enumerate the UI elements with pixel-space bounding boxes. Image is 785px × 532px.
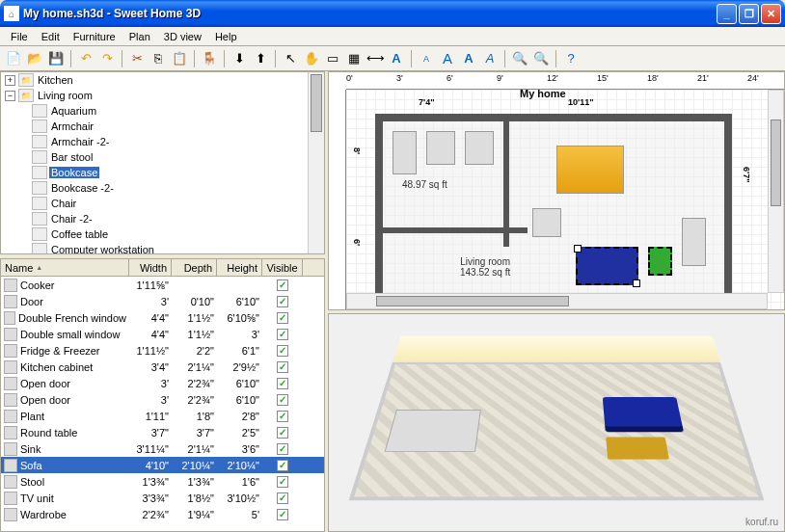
table-row[interactable]: TV unit3'3¾"1'8½"3'10½"✓ bbox=[1, 490, 324, 506]
column-height[interactable]: Height bbox=[217, 259, 262, 276]
plan-vertical-scrollbar[interactable] bbox=[768, 90, 784, 293]
tree-item[interactable]: Armchair bbox=[1, 119, 324, 134]
visible-checkbox[interactable]: ✓ bbox=[277, 312, 288, 324]
menu-3dview[interactable]: 3D view bbox=[157, 29, 208, 44]
visible-checkbox[interactable]: ✓ bbox=[277, 460, 288, 471]
wall-tool[interactable]: ▭ bbox=[323, 49, 342, 68]
dimension-tool[interactable]: ⟷ bbox=[365, 49, 385, 68]
tree-scrollbar[interactable] bbox=[308, 72, 324, 253]
visible-checkbox[interactable]: ✓ bbox=[277, 476, 288, 488]
bold-button[interactable]: A bbox=[459, 49, 478, 68]
furniture-tvunit[interactable] bbox=[682, 218, 706, 266]
column-depth[interactable]: Depth bbox=[172, 259, 217, 276]
text-smaller[interactable]: A bbox=[417, 49, 436, 68]
add-furniture-button[interactable]: 🪑 bbox=[200, 49, 219, 68]
plan-canvas[interactable]: My home 7'4" 10'11" 6'7" 8' 6' 48.97 sq … bbox=[346, 90, 784, 309]
furniture-fridge[interactable] bbox=[392, 131, 417, 174]
table-row[interactable]: Kitchen cabinet3'4"2'1¼"2'9½"✓ bbox=[1, 359, 324, 375]
tree-item[interactable]: Bookcase bbox=[1, 165, 324, 180]
visible-checkbox[interactable]: ✓ bbox=[277, 411, 288, 422]
tree-category-kitchen[interactable]: + 📁 Kitchen bbox=[1, 72, 324, 88]
pan-tool[interactable]: ✋ bbox=[302, 49, 321, 68]
plan-view[interactable]: 0'3'6'9'12'15'18'21'24' My home 7'4" 10'… bbox=[328, 71, 785, 310]
text-tool[interactable]: A bbox=[387, 49, 406, 68]
furniture-sofa-selected[interactable] bbox=[576, 247, 638, 285]
select-tool[interactable]: ↖ bbox=[281, 49, 300, 68]
minimize-button[interactable]: _ bbox=[717, 4, 737, 24]
maximize-button[interactable]: ❐ bbox=[739, 4, 759, 24]
tree-item[interactable]: Coffee table bbox=[1, 226, 324, 242]
column-name[interactable]: Name bbox=[1, 259, 129, 276]
close-button[interactable]: ✕ bbox=[761, 4, 781, 24]
tree-item[interactable]: Aquarium bbox=[1, 103, 324, 119]
column-width[interactable]: Width bbox=[129, 259, 172, 276]
menu-file[interactable]: File bbox=[4, 29, 35, 44]
column-visible[interactable]: Visible bbox=[262, 259, 303, 276]
table-row[interactable]: Double French window4'4"1'1½"6'10⅝"✓ bbox=[1, 309, 324, 326]
tree-item[interactable]: Computer workstation bbox=[1, 242, 324, 254]
text-bigger[interactable]: A bbox=[438, 49, 457, 68]
menu-plan[interactable]: Plan bbox=[122, 29, 157, 44]
expand-icon[interactable]: + bbox=[5, 75, 15, 86]
visible-checkbox[interactable]: ✓ bbox=[277, 443, 288, 455]
collapse-icon[interactable]: − bbox=[5, 91, 15, 101]
visible-checkbox[interactable]: ✓ bbox=[277, 378, 288, 389]
table-row[interactable]: Fridge & Freezer1'11½"2'2"6'1"✓ bbox=[1, 342, 324, 359]
visible-checkbox[interactable]: ✓ bbox=[277, 361, 288, 373]
visible-checkbox[interactable]: ✓ bbox=[277, 296, 288, 307]
copy-button[interactable]: ⎘ bbox=[149, 49, 168, 68]
tree-item[interactable]: Armchair -2- bbox=[1, 134, 324, 149]
table-row[interactable]: Door3'0'10"6'10"✓ bbox=[1, 293, 324, 309]
table-row[interactable]: Cooker1'11⅝"✓ bbox=[1, 277, 324, 293]
save-button[interactable]: 💾 bbox=[46, 49, 66, 68]
redo-button[interactable]: ↷ bbox=[97, 49, 117, 68]
tree-item[interactable]: Chair bbox=[1, 196, 324, 211]
table-body[interactable]: Cooker1'11⅝"✓Door3'0'10"6'10"✓Double Fre… bbox=[1, 277, 324, 531]
room-tool[interactable]: ▦ bbox=[344, 49, 364, 68]
visible-checkbox[interactable]: ✓ bbox=[277, 394, 288, 406]
paste-button[interactable]: 📋 bbox=[170, 49, 189, 68]
table-row[interactable]: Round table3'7"3'7"2'5"✓ bbox=[1, 424, 324, 440]
table-row[interactable]: Open door3'2'2¾"6'10"✓ bbox=[1, 391, 324, 408]
tree-category-livingroom[interactable]: − 📁 Living room bbox=[1, 88, 324, 103]
undo-button[interactable]: ↶ bbox=[76, 49, 95, 68]
new-button[interactable]: 📄 bbox=[4, 49, 23, 68]
open-button[interactable]: 📂 bbox=[25, 49, 44, 68]
table-row[interactable]: Open door3'2'2¾"6'10"✓ bbox=[1, 375, 324, 391]
import-button[interactable]: ⬇ bbox=[230, 49, 249, 68]
plan-horizontal-scrollbar[interactable] bbox=[346, 293, 768, 309]
table-row[interactable]: Sink3'11¼"2'1¼"3'6"✓ bbox=[1, 440, 324, 457]
export-button[interactable]: ⬆ bbox=[251, 49, 270, 68]
visible-checkbox[interactable]: ✓ bbox=[277, 509, 288, 520]
furniture-plant[interactable] bbox=[648, 247, 672, 276]
table-row[interactable]: Stool1'3¾"1'3¾"1'6"✓ bbox=[1, 473, 324, 490]
furniture-cabinet[interactable] bbox=[426, 131, 455, 165]
menu-help[interactable]: Help bbox=[208, 29, 244, 44]
table-row[interactable]: Double small window4'4"1'1½"3'✓ bbox=[1, 326, 324, 342]
visible-checkbox[interactable]: ✓ bbox=[277, 427, 288, 439]
furniture-catalog-tree[interactable]: + 📁 Kitchen − 📁 Living room AquariumArmc… bbox=[0, 71, 325, 254]
table-row[interactable]: Wardrobe2'2¾"1'9¼"5'✓ bbox=[1, 506, 324, 522]
furniture-chair[interactable] bbox=[532, 208, 561, 237]
visible-checkbox[interactable]: ✓ bbox=[277, 279, 288, 291]
visible-checkbox[interactable]: ✓ bbox=[277, 492, 288, 504]
visible-checkbox[interactable]: ✓ bbox=[277, 329, 288, 340]
cut-button[interactable]: ✂ bbox=[127, 49, 147, 68]
tree-item[interactable]: Bookcase -2- bbox=[1, 180, 324, 196]
menu-edit[interactable]: Edit bbox=[35, 29, 67, 44]
table-row[interactable]: Sofa4'10"2'10¼"2'10¼"✓ bbox=[1, 457, 324, 473]
tree-item[interactable]: Chair -2- bbox=[1, 211, 324, 226]
menu-furniture[interactable]: Furniture bbox=[67, 29, 122, 44]
table-row[interactable]: Plant1'11"1'8"2'8"✓ bbox=[1, 408, 324, 424]
inner-wall-horizontal[interactable] bbox=[383, 227, 528, 233]
zoom-out-button[interactable]: 🔍 bbox=[510, 49, 529, 68]
zoom-in-button[interactable]: 🔍 bbox=[531, 49, 551, 68]
help-button[interactable]: ? bbox=[561, 49, 581, 68]
furniture-sink[interactable] bbox=[465, 131, 494, 165]
italic-button[interactable]: A bbox=[480, 49, 500, 68]
outer-walls[interactable]: 48.97 sq ft Living room 143.52 sq ft bbox=[375, 114, 732, 306]
tree-item[interactable]: Bar stool bbox=[1, 149, 324, 165]
furniture-bed[interactable] bbox=[556, 146, 624, 194]
visible-checkbox[interactable]: ✓ bbox=[277, 345, 288, 357]
3d-view[interactable]: koruf.ru bbox=[328, 313, 785, 532]
